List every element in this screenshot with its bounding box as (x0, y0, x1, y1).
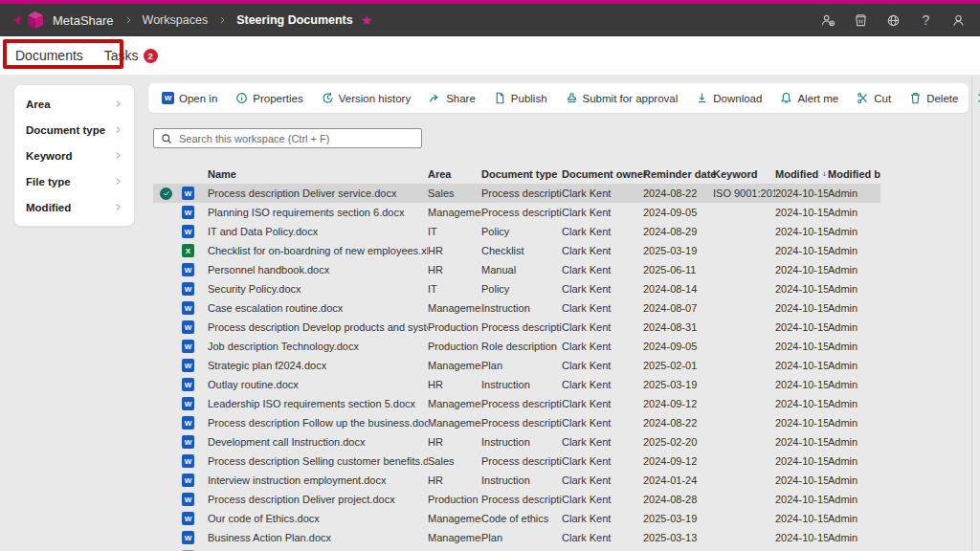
document-name[interactable]: Job description Technology.docx (208, 341, 428, 352)
cell-modified-by: Admin (828, 321, 880, 333)
alert-me-button[interactable]: Alert me (780, 92, 838, 104)
table-row[interactable]: W Process description Follow up the busi… (153, 413, 880, 432)
globe-icon[interactable] (885, 12, 902, 29)
document-name[interactable]: Personnel handbook.docx (208, 264, 428, 276)
breadcrumb-chevron-icon (123, 15, 133, 25)
document-name[interactable]: Outlay routine.docx (208, 379, 428, 390)
document-name[interactable]: Business Action Plan.docx (208, 532, 428, 543)
open-in-button[interactable]: W Open in (162, 92, 217, 104)
sidebar-item-file-type[interactable]: File type (14, 168, 134, 194)
scrollbar-track[interactable] (971, 77, 972, 551)
document-name[interactable]: Process description Follow up the busine… (208, 417, 428, 429)
document-name[interactable]: Development call Instruction.docx (208, 436, 428, 448)
cell-modified-by: Admin (828, 417, 880, 429)
people-settings-icon[interactable] (820, 12, 836, 29)
document-name[interactable]: Process description Develop products and… (208, 321, 428, 333)
collapse-nav-icon[interactable] (13, 15, 20, 25)
table-row[interactable]: W Interview instruction employment.docx … (153, 471, 880, 490)
document-name[interactable]: IT and Data Policy.docx (208, 226, 428, 237)
table-row[interactable]: W Job description Technology.docx Produc… (153, 337, 880, 356)
properties-button[interactable]: Properties (235, 92, 302, 104)
help-icon[interactable]: ? (918, 12, 934, 29)
file-type-icon: W (182, 378, 194, 391)
file-type-icon: W (182, 493, 194, 506)
search-input[interactable] (179, 133, 414, 144)
account-icon[interactable] (950, 12, 967, 29)
document-name[interactable]: Process description Deliver service.docx (208, 187, 428, 199)
download-button[interactable]: Download (696, 92, 762, 104)
cell-modified-by: Admin (828, 264, 880, 276)
column-header-document-owner[interactable]: Document owner (562, 168, 643, 180)
filter-label: Document type (26, 124, 105, 136)
app-name[interactable]: MetaShare (53, 13, 114, 28)
column-header-document-type[interactable]: Document type (481, 168, 562, 180)
submit-for-approval-button[interactable]: Submit for approval (566, 92, 679, 104)
file-type-icon: X (182, 244, 194, 257)
table-row[interactable]: W Case escalation routine.docx Managemen… (153, 298, 880, 318)
cell-modified-by: Admin (828, 226, 880, 237)
document-name[interactable]: Our code of Ethics.docx (208, 513, 428, 524)
cell-area: IT (428, 226, 481, 237)
table-row[interactable]: W Outlay routine.docx HR Instruction Cla… (153, 375, 880, 394)
chevron-right-icon (114, 125, 122, 134)
table-row[interactable]: W Personnel handbook.docx HR Manual Clar… (153, 260, 880, 279)
document-name[interactable]: Checklist for on-boardning of new employ… (208, 245, 428, 256)
selected-check-icon[interactable] (160, 187, 172, 200)
share-button[interactable]: Share (429, 92, 476, 104)
breadcrumb-current-workspace[interactable]: Steering Documents (236, 13, 353, 27)
table-row[interactable]: W Development call Instruction.docx HR I… (153, 432, 880, 452)
document-name[interactable]: Leadership ISO requirements section 5.do… (208, 398, 428, 409)
document-name[interactable]: Process description Deliver project.docx (208, 494, 428, 505)
breadcrumb-workspaces[interactable]: Workspaces (143, 13, 209, 27)
version-history-button[interactable]: Version history (322, 92, 411, 104)
table-row[interactable]: W Business Action Plan.docx Management P… (153, 528, 880, 547)
column-header-reminder-date[interactable]: Reminder date (643, 168, 713, 180)
document-name[interactable]: Planning ISO requirements section 6.docx (208, 207, 428, 218)
cell-document-type: Process description (481, 321, 562, 333)
column-header-area[interactable]: Area (428, 168, 481, 180)
table-row[interactable]: W Strategic plan f2024.docx Management P… (153, 356, 880, 375)
sidebar-item-area[interactable]: Area (14, 91, 134, 117)
table-row[interactable]: W Our code of Ethics.docx Management Cod… (153, 509, 880, 528)
table-row[interactable]: W Leadership ISO requirements section 5.… (153, 394, 880, 413)
cell-area: Production (428, 321, 481, 333)
document-name[interactable]: Strategic plan f2024.docx (208, 360, 428, 371)
cell-modified-by: Admin (828, 341, 880, 352)
tab-documents[interactable]: Documents (15, 36, 83, 75)
column-header-name[interactable]: Name (208, 168, 428, 180)
table-row[interactable]: W Process description Deliver project.do… (153, 490, 880, 509)
table-row-partial[interactable]: W (153, 547, 880, 551)
sidebar-item-keyword[interactable]: Keyword (14, 143, 134, 168)
table-row[interactable]: W Process description Selling customer b… (153, 452, 880, 471)
chevron-right-icon (114, 203, 122, 211)
document-name[interactable]: Security Policy.docx (208, 283, 428, 295)
column-header-modified[interactable]: Modified (775, 168, 828, 180)
recycle-bin-icon[interactable] (853, 12, 869, 29)
cell-document-owner: Clark Kent (562, 321, 643, 333)
publish-button[interactable]: Publish (494, 92, 547, 104)
tab-tasks[interactable]: Tasks 2 (104, 36, 158, 75)
document-name[interactable]: Interview instruction employment.docx (208, 474, 428, 486)
cell-document-type: Policy (481, 226, 562, 237)
table-row[interactable]: W Process description Develop products a… (153, 318, 880, 337)
cell-reminder-date: 2025-03-19 (643, 245, 713, 256)
delete-button[interactable]: Delete (909, 92, 958, 104)
document-name[interactable]: Case escalation routine.docx (208, 302, 428, 314)
column-header-modified-by[interactable]: Modified by (828, 168, 880, 180)
favorite-star-icon[interactable]: ★ (361, 12, 373, 28)
sidebar-item-modified[interactable]: Modified (14, 194, 134, 220)
cell-reminder-date: 2024-08-14 (643, 283, 713, 295)
table-row[interactable]: W IT and Data Policy.docx IT Policy Clar… (153, 222, 880, 241)
filter-label: Area (26, 99, 51, 110)
sidebar-item-document-type[interactable]: Document type (14, 117, 134, 143)
table-row[interactable]: W Planning ISO requirements section 6.do… (153, 203, 880, 222)
document-name[interactable]: Process description Selling customer ben… (208, 455, 428, 467)
column-header-keyword[interactable]: Keyword (713, 168, 775, 180)
cut-button[interactable]: Cut (857, 92, 891, 104)
info-icon (235, 92, 248, 104)
table-row[interactable]: X Checklist for on-boardning of new empl… (153, 241, 880, 260)
table-row[interactable]: W Process description Deliver service.do… (153, 184, 880, 203)
clear-selection-button[interactable]: 1 selected (976, 92, 980, 104)
file-type-icon: W (182, 416, 194, 430)
table-row[interactable]: W Security Policy.docx IT Policy Clark K… (153, 279, 880, 298)
